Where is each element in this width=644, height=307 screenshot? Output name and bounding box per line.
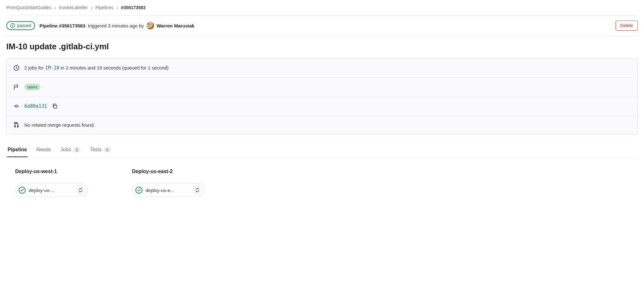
tab-tests[interactable]: Tests 0	[89, 143, 112, 157]
tab-jobs[interactable]: Jobs 2	[60, 143, 81, 157]
chevron-right-icon: ›	[54, 5, 56, 10]
svg-point-4	[15, 123, 15, 123]
jobs-count: 2	[73, 147, 80, 153]
info-panel: 2 jobs for IM-10 in 2 minutes and 19 sec…	[6, 58, 638, 134]
avatar[interactable]	[146, 22, 154, 29]
triggered-text: triggered 3 minutes ago by	[88, 23, 144, 28]
breadcrumb-item[interactable]: InvokeLabeller	[59, 5, 88, 10]
stage-name: Deploy-us-west-1	[15, 169, 88, 174]
stage-name: Deploy-us-east-2	[132, 169, 205, 174]
retry-icon	[78, 188, 83, 192]
info-row-tags: latest	[7, 77, 637, 97]
tab-pipeline[interactable]: Pipeline	[7, 143, 27, 157]
commit-icon	[14, 103, 19, 109]
pipeline-graph: Deploy-us-west-1 deploy-us-... Deploy-us…	[6, 157, 638, 208]
breadcrumb-item[interactable]: Pipelines	[95, 5, 113, 10]
check-circle-icon	[135, 187, 142, 194]
info-row-commit: 6a80a131	[7, 97, 637, 116]
breadcrumb-current: #356173583	[121, 5, 146, 10]
pipeline-header-left: passed Pipeline #356173583 triggered 3 m…	[6, 21, 194, 30]
author-name[interactable]: Warren Marusiak	[157, 23, 194, 28]
job-name: deploy-us-e...	[146, 188, 190, 193]
retry-button[interactable]	[193, 186, 202, 195]
merge-request-icon	[14, 122, 19, 128]
duration-text: 2 jobs for IM-10 in 2 minutes and 19 sec…	[24, 65, 169, 71]
status-text: passed	[17, 23, 31, 28]
pipeline-number: Pipeline #356173583	[39, 23, 85, 28]
tests-count: 0	[104, 147, 111, 153]
check-circle-icon	[10, 23, 15, 28]
breadcrumb-item[interactable]: PmmQuickStartGuides	[6, 5, 51, 10]
retry-icon	[195, 188, 200, 192]
flag-icon	[14, 84, 19, 90]
stage-column: Deploy-us-west-1 deploy-us-...	[15, 169, 88, 197]
clock-icon	[14, 65, 19, 71]
job-pill[interactable]: deploy-us-e...	[132, 183, 205, 197]
branch-link[interactable]: IM-10	[45, 65, 59, 71]
tabs: Pipeline Needs Jobs 2 Tests 0	[6, 143, 638, 157]
commit-sha-link[interactable]: 6a80a131	[24, 103, 47, 109]
breadcrumb: PmmQuickStartGuides › InvokeLabeller › P…	[6, 0, 638, 15]
job-pill[interactable]: deploy-us-...	[15, 183, 88, 197]
tab-needs[interactable]: Needs	[36, 143, 51, 157]
mr-text: No related merge requests found.	[24, 122, 95, 128]
info-row-duration: 2 jobs for IM-10 in 2 minutes and 19 sec…	[7, 59, 637, 77]
copy-icon[interactable]	[52, 103, 58, 109]
retry-button[interactable]	[76, 186, 85, 195]
check-circle-icon	[19, 187, 26, 194]
svg-point-5	[15, 126, 15, 127]
stage-column: Deploy-us-east-2 deploy-us-e...	[132, 169, 205, 197]
job-name: deploy-us-...	[29, 188, 73, 193]
svg-rect-3	[54, 105, 57, 108]
chevron-right-icon: ›	[116, 5, 118, 10]
svg-point-2	[15, 105, 18, 107]
delete-button[interactable]: Delete	[616, 21, 638, 31]
page-title: IM-10 update .gitlab-ci.yml	[6, 36, 638, 58]
info-row-mr: No related merge requests found.	[7, 116, 637, 134]
chevron-right-icon: ›	[91, 5, 92, 10]
pipeline-info: Pipeline #356173583 triggered 3 minutes …	[39, 22, 194, 29]
latest-tag: latest	[24, 84, 40, 90]
svg-point-6	[17, 126, 18, 127]
status-badge[interactable]: passed	[6, 21, 35, 30]
pipeline-header: passed Pipeline #356173583 triggered 3 m…	[6, 15, 638, 36]
